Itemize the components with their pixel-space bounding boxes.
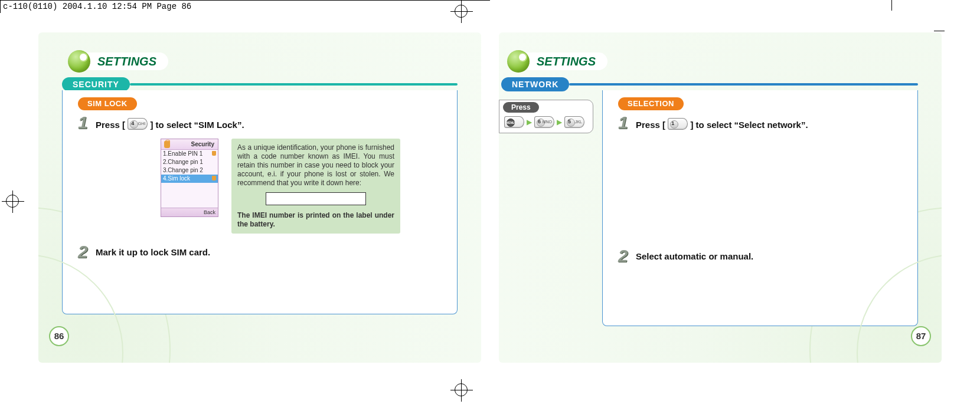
security-line bbox=[130, 83, 458, 86]
step-number: 1 bbox=[618, 115, 632, 130]
imei-bold-note: The IMEI number is printed on the label … bbox=[237, 211, 394, 229]
key-letters: MNO bbox=[543, 120, 552, 124]
registration-mark bbox=[455, 5, 468, 18]
network-section-bar: NETWORK bbox=[501, 77, 918, 91]
press-before: Press [ bbox=[96, 120, 125, 130]
sim-lock-illustration: Security 1.Enable PIN 1 2.Change pin 1 3… bbox=[161, 139, 442, 234]
key-1-icon: 1 bbox=[668, 118, 688, 130]
imei-blank-field bbox=[266, 192, 366, 205]
page-87: SETTINGS NETWORK Press MENU ▶ 6 MNO ▶ 5 … bbox=[499, 32, 942, 363]
phone-softkey: Back bbox=[161, 208, 218, 216]
page-number-86: 86 bbox=[49, 326, 69, 346]
key-num: 5 bbox=[568, 119, 571, 124]
step-1-text: Press [ 4 GHI ] to select “SIM Lock”. bbox=[96, 118, 244, 130]
settings-title: SETTINGS bbox=[519, 52, 607, 70]
settings-orb-icon bbox=[68, 50, 90, 73]
settings-orb-icon bbox=[507, 50, 530, 73]
arrow-icon: ▶ bbox=[527, 118, 532, 126]
registration-mark bbox=[455, 383, 468, 396]
phone-screenshot: Security 1.Enable PIN 1 2.Change pin 1 3… bbox=[161, 139, 218, 217]
crop-tick bbox=[934, 31, 945, 31]
press-after: ] to select “SIM Lock”. bbox=[150, 120, 244, 130]
arrow-icon: ▶ bbox=[557, 118, 562, 126]
sim-lock-pill: SIM LOCK bbox=[78, 97, 137, 110]
press-sequence-box: Press MENU ▶ 6 MNO ▶ 5 JKL bbox=[499, 100, 593, 133]
key-6-icon: 6 MNO bbox=[534, 116, 554, 128]
press-label: Press bbox=[503, 102, 539, 113]
step-1: 1 Press [ 4 GHI ] to select “SIM Lock”. bbox=[78, 115, 442, 130]
step-1-text: Press [ 1 ] to select “Select network”. bbox=[636, 118, 808, 130]
phone-menu-list: 1.Enable PIN 1 2.Change pin 1 3.Change p… bbox=[161, 150, 218, 183]
settings-title: SETTINGS bbox=[80, 52, 168, 70]
phone-item-2: 2.Change pin 1 bbox=[161, 158, 218, 166]
security-pill: SECURITY bbox=[62, 77, 130, 91]
step-number: 2 bbox=[618, 248, 632, 264]
key-num: 6 bbox=[538, 119, 541, 124]
step-1: 1 Press [ 1 ] to select “Select network”… bbox=[618, 115, 902, 130]
registration-mark bbox=[6, 195, 19, 208]
key-letters: JKL bbox=[575, 120, 582, 124]
step-2: 2 Mark it up to lock SIM card. bbox=[78, 244, 442, 260]
settings-header: SETTINGS bbox=[68, 49, 481, 74]
key-menu-icon: MENU bbox=[504, 116, 524, 128]
key-label: MENU bbox=[506, 121, 515, 124]
page-number-87: 87 bbox=[911, 326, 931, 346]
press-before: Press [ bbox=[636, 120, 665, 130]
key-letters: GHI bbox=[138, 121, 145, 126]
crop-tick bbox=[891, 0, 892, 11]
network-pill: NETWORK bbox=[501, 77, 569, 91]
key-5-icon: 5 JKL bbox=[564, 116, 584, 128]
page-86: SETTINGS SECURITY SIM LOCK 1 Press [ 4 G… bbox=[38, 32, 481, 363]
imei-info-box: As a unique identification, your phone i… bbox=[231, 139, 400, 234]
security-card: SIM LOCK 1 Press [ 4 GHI ] to select “SI… bbox=[62, 90, 458, 314]
step-2-text: Select automatic or manual. bbox=[636, 251, 753, 261]
press-keys: MENU ▶ 6 MNO ▶ 5 JKL bbox=[504, 116, 588, 128]
imei-paragraph: As a unique identification, your phone i… bbox=[237, 143, 394, 188]
step-number: 2 bbox=[78, 244, 92, 260]
phone-item-3: 3.Change pin 2 bbox=[161, 166, 218, 175]
phone-titlebar: Security bbox=[161, 139, 218, 150]
step-2: 2 Select automatic or manual. bbox=[618, 248, 902, 264]
print-header: c-110(0110) 2004.1.10 12:54 PM Page 86 bbox=[0, 0, 490, 13]
network-line bbox=[569, 83, 918, 86]
step-number: 1 bbox=[78, 115, 92, 130]
key-num: 1 bbox=[671, 120, 674, 126]
phone-item-1: 1.Enable PIN 1 bbox=[161, 150, 218, 158]
selection-pill: SELECTION bbox=[618, 97, 684, 110]
press-after: ] to select “Select network”. bbox=[690, 120, 808, 130]
key-num: 4 bbox=[131, 120, 134, 126]
key-4-icon: 4 GHI bbox=[128, 118, 148, 130]
network-card: SELECTION 1 Press [ 1 ] to select “Selec… bbox=[602, 90, 918, 326]
settings-header: SETTINGS bbox=[507, 49, 942, 74]
security-section-bar: SECURITY bbox=[62, 77, 458, 91]
step-2-text: Mark it up to lock SIM card. bbox=[96, 247, 210, 257]
phone-item-4-selected: 4.Sim lock bbox=[161, 175, 218, 183]
phone-spacer bbox=[161, 183, 218, 208]
